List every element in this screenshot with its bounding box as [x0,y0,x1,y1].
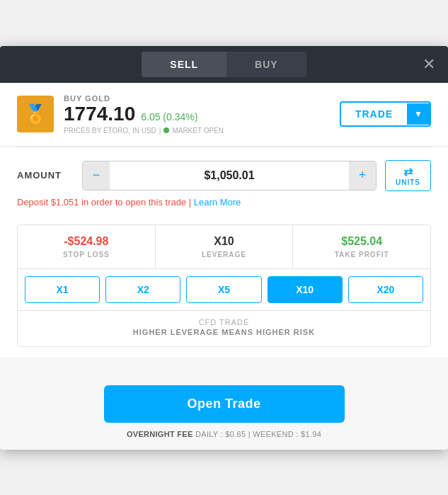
asset-price-row: 1774.10 6.05 (0.34%) [64,103,224,125]
stop-loss-label: STOP LOSS [25,251,148,258]
open-trade-section: Open Trade OVERNIGHT FEE DAILY : $0.65 |… [0,357,448,450]
learn-more-link[interactable]: Learn More [194,197,241,207]
leverage-x20[interactable]: X20 [348,276,423,303]
deposit-message: Deposit $1,051 in order to open this tra… [17,197,431,207]
trade-dropdown[interactable]: TRADE ▼ [340,101,431,127]
buy-tab[interactable]: BUY [226,52,306,77]
amount-input[interactable] [110,164,349,188]
leverage-row: X1 X2 X5 X10 X20 [18,269,430,310]
asset-bar: 🏅 BUY GOLD 1774.10 6.05 (0.34%) PRICES B… [0,83,448,147]
close-button[interactable]: ✕ [423,57,435,72]
daily-value: $0.65 [225,430,246,438]
deposit-separator: | [189,197,194,207]
daily-label: DAILY [195,430,218,438]
leverage-x5[interactable]: X5 [186,276,261,303]
units-button[interactable]: ⇄ UNITS [385,160,431,191]
take-profit-label: TAKE PROFIT [300,251,423,258]
amount-label: AMOUNT [17,170,74,181]
leverage-x1[interactable]: X1 [25,276,100,303]
overnight-fee-label: OVERNIGHT FEE [127,430,193,438]
gold-icon: 🏅 [24,103,47,125]
leverage-value: X10 [163,235,286,248]
units-text: UNITS [396,178,420,186]
units-icon: ⇄ [403,165,413,178]
weekend-label: WEEKEND [253,430,294,438]
open-trade-button[interactable]: Open Trade [104,385,345,423]
market-status: MARKET OPEN [172,127,224,135]
leverage-label: LEVERAGE [163,251,286,258]
asset-info: 🏅 BUY GOLD 1774.10 6.05 (0.34%) PRICES B… [17,94,224,135]
amount-row: AMOUNT − + ⇄ UNITS [17,160,431,191]
params-row: -$524.98 STOP LOSS X10 LEVERAGE $525.04 … [18,225,430,269]
deposit-text: Deposit $1,051 in order to open this tra… [17,197,186,207]
amount-section: AMOUNT − + ⇄ UNITS Deposit $1,051 in ord… [0,147,448,215]
trade-params: -$524.98 STOP LOSS X10 LEVERAGE $525.04 … [17,224,431,347]
leverage-x2[interactable]: X2 [105,276,180,303]
increase-button[interactable]: + [349,161,376,190]
leverage-cell[interactable]: X10 LEVERAGE [156,225,294,268]
amount-control: − + [82,161,377,190]
leverage-x10[interactable]: X10 [268,276,343,303]
take-profit-cell[interactable]: $525.04 TAKE PROFIT [293,225,430,268]
sell-tab[interactable]: SELL [142,52,226,77]
cfd-note: CFD TRADE HIGHER LEVERAGE MEANS HIGHER R… [18,310,430,346]
asset-label: BUY GOLD [64,94,224,103]
weekend-value: $1.94 [301,430,321,438]
asset-price: 1774.10 [64,103,135,125]
buy-sell-tabs: SELL BUY [142,52,306,77]
modal-header: SELL BUY ✕ [0,46,448,83]
cfd-line2: HIGHER LEVERAGE MEANS HIGHER RISK [25,328,423,336]
trade-button-label: TRADE [341,103,407,125]
asset-meta: PRICES BY ETORO, IN USD | MARKET OPEN [64,127,224,135]
trade-dropdown-arrow[interactable]: ▼ [407,103,430,125]
market-open-dot [163,127,169,133]
decrease-button[interactable]: − [83,161,110,190]
stop-loss-value: -$524.98 [25,235,148,248]
take-profit-value: $525.04 [300,235,423,248]
overnight-fee: OVERNIGHT FEE DAILY : $0.65 | WEEKEND : … [17,430,431,438]
trade-modal: SELL BUY ✕ 🏅 BUY GOLD 1774.10 6.05 (0.34… [0,46,448,450]
asset-icon: 🏅 [17,96,54,132]
asset-meta-text: PRICES BY ETORO, IN USD [64,127,156,135]
cfd-line1: CFD TRADE [25,318,423,326]
stop-loss-cell[interactable]: -$524.98 STOP LOSS [18,225,156,268]
separator: | [159,127,161,135]
asset-details: BUY GOLD 1774.10 6.05 (0.34%) PRICES BY … [64,94,224,135]
trade-btn-wrapper: TRADE ▼ [340,101,431,127]
asset-change: 6.05 (0.34%) [141,111,197,123]
